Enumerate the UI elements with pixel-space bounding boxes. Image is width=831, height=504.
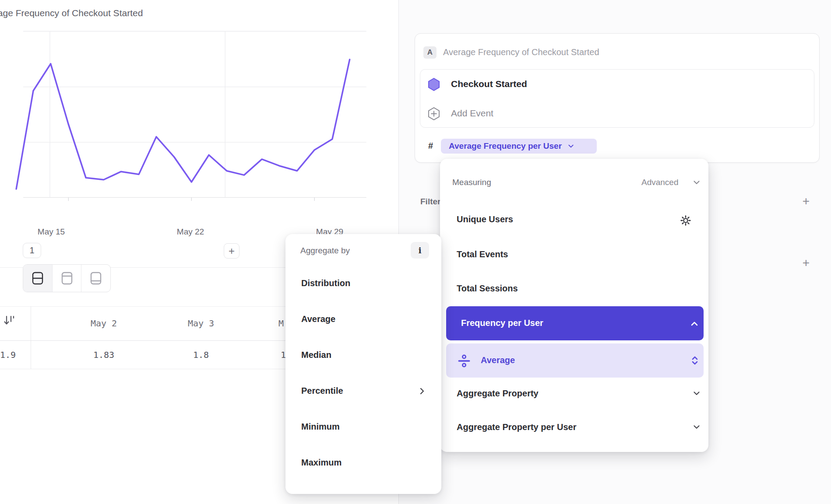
- layout-toggle-group[interactable]: [23, 264, 111, 292]
- menu-item-distribution[interactable]: Distribution: [301, 278, 350, 288]
- chevron-down-icon[interactable]: [691, 177, 702, 188]
- info-icon[interactable]: i: [411, 242, 429, 259]
- aggregate-by-header: Aggregate by: [300, 246, 350, 256]
- table-cell: 1.8: [193, 350, 209, 360]
- gear-icon[interactable]: [680, 214, 692, 227]
- menu-item-aggregate-property[interactable]: Aggregate Property: [457, 388, 539, 399]
- sort-icon[interactable]: [3, 314, 16, 327]
- metric-letter-badge: A: [423, 46, 437, 59]
- chevron-right-icon: [416, 385, 428, 397]
- menu-item-frequency-per-user-label: Frequency per User: [461, 318, 543, 328]
- layout-bottom-panel-icon[interactable]: [81, 265, 110, 292]
- menu-item-average-label: Average: [481, 355, 515, 365]
- menu-item-total-events[interactable]: Total Events: [457, 249, 508, 259]
- line-chart: [0, 26, 398, 225]
- menu-item-average[interactable]: Average: [301, 314, 335, 324]
- add-annotation-button[interactable]: +: [224, 243, 239, 259]
- table-header-may3[interactable]: May 3: [188, 318, 214, 329]
- menu-item-minimum[interactable]: Minimum: [301, 422, 340, 432]
- metrics-heading: Metrics: [418, 0, 454, 2]
- menu-item-aggregate-property-per-user[interactable]: Aggregate Property per User: [457, 422, 576, 432]
- add-event-icon[interactable]: [426, 106, 441, 121]
- advanced-toggle[interactable]: Advanced: [641, 178, 679, 187]
- event-name[interactable]: Checkout Started: [451, 79, 527, 89]
- plus-icon: +: [229, 245, 235, 257]
- table-header-truncated[interactable]: M: [278, 318, 284, 329]
- add-breakdown-button[interactable]: +: [799, 256, 813, 270]
- measuring-menu: [440, 159, 708, 452]
- menu-item-total-sessions[interactable]: Total Sessions: [457, 284, 518, 294]
- chevron-down-icon: [566, 141, 576, 151]
- layout-top-panel-icon[interactable]: [52, 265, 81, 292]
- divide-average-icon: [457, 354, 472, 368]
- interval-input[interactable]: 1: [23, 243, 41, 258]
- table-column-divider: [31, 306, 31, 369]
- chevron-up-icon: [688, 318, 701, 330]
- x-tick-may22: May 22: [177, 227, 204, 237]
- add-event-button[interactable]: Add Event: [451, 108, 493, 119]
- table-cell: 1.83: [93, 350, 114, 360]
- measurement-dropdown[interactable]: Average Frequency per User: [441, 139, 597, 154]
- event-hexagon-icon: [426, 77, 441, 92]
- table-header-may2[interactable]: May 2: [91, 318, 117, 329]
- chart-series-line[interactable]: [16, 60, 350, 189]
- measuring-menu-header: Measuring: [452, 178, 491, 187]
- chevron-down-icon[interactable]: [691, 388, 702, 399]
- chevron-up-down-icon: [688, 354, 701, 367]
- menu-item-unique-users[interactable]: Unique Users: [457, 214, 513, 224]
- table-cell: 1.9: [0, 350, 16, 360]
- chart-title: Average Frequency of Checkout Started: [0, 8, 188, 23]
- metric-title-input[interactable]: Average Frequency of Checkout Started: [443, 47, 599, 57]
- layout-split-horizontal-icon[interactable]: [23, 265, 52, 292]
- chevron-down-icon[interactable]: [691, 421, 702, 433]
- event-card: [420, 69, 814, 128]
- menu-item-maximum[interactable]: Maximum: [301, 458, 342, 468]
- measurement-hash-icon: #: [428, 141, 433, 151]
- add-filter-button[interactable]: +: [799, 194, 813, 209]
- menu-item-percentile[interactable]: Percentile: [301, 386, 343, 396]
- aggregate-by-menu: [285, 234, 441, 494]
- x-tick-may15: May 15: [38, 227, 65, 237]
- menu-item-median[interactable]: Median: [301, 350, 331, 360]
